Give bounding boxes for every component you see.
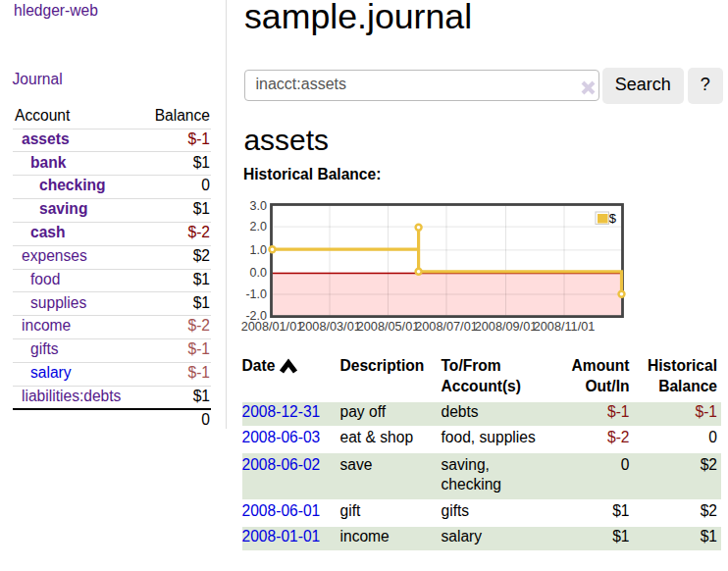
svg-text:2008/07/01: 2008/07/01 [415, 320, 478, 334]
svg-text:2008/09/01: 2008/09/01 [475, 320, 538, 334]
svg-text:-1.0: -1.0 [245, 287, 267, 301]
svg-text:$: $ [609, 211, 617, 226]
svg-text:2008/05/01: 2008/05/01 [357, 320, 420, 334]
svg-text:3.0: 3.0 [250, 199, 267, 213]
svg-text:2008/11/01: 2008/11/01 [534, 320, 596, 334]
svg-text:2.0: 2.0 [250, 220, 267, 234]
svg-text:2008/01/01: 2008/01/01 [241, 320, 304, 334]
svg-text:2008/03/01: 2008/03/01 [298, 320, 361, 334]
svg-text:0.0: 0.0 [250, 266, 267, 280]
svg-text:1.0: 1.0 [250, 243, 267, 257]
